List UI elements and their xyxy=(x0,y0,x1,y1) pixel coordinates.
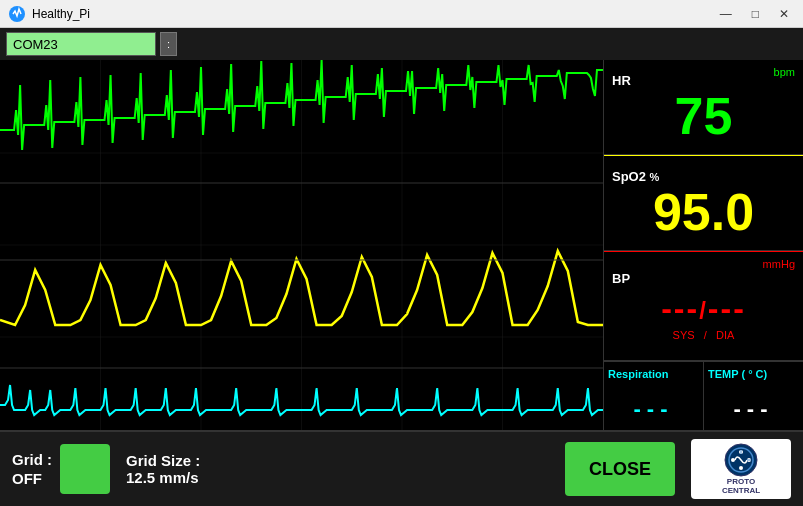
respiration-box: Respiration --- xyxy=(604,362,704,430)
bp-unit: mmHg xyxy=(763,258,795,270)
hr-unit: bpm xyxy=(774,66,795,78)
temp-box: TEMP ( ° C) --- xyxy=(704,362,803,430)
svg-point-18 xyxy=(731,458,735,462)
window-title: Healthy_Pi xyxy=(32,7,714,21)
svg-point-17 xyxy=(739,466,743,470)
spo2-value: 95.0 xyxy=(612,186,795,238)
spo2-label: SpO2 % xyxy=(612,169,659,184)
grid-size-section: Grid Size : 12.5 mm/s xyxy=(126,452,200,486)
respiration-value: --- xyxy=(608,396,699,422)
grid-size-label: Grid Size : xyxy=(126,452,200,469)
grid-toggle-button[interactable] xyxy=(60,444,110,494)
bp-value: ---/--- xyxy=(612,290,795,327)
hr-value: 75 xyxy=(612,90,795,142)
window-controls: — □ ✕ xyxy=(714,5,795,23)
window-titlebar: Healthy_Pi — □ ✕ xyxy=(0,0,803,28)
minimize-button[interactable]: — xyxy=(714,5,738,23)
logo-text: PROTOCENTRAL xyxy=(722,478,760,496)
bottom-metrics-row: Respiration --- TEMP ( ° C) --- xyxy=(604,361,803,430)
com-bar: : xyxy=(0,28,803,60)
app-icon xyxy=(8,5,26,23)
main-area: HR bpm 75 SpO2 % 95.0 BP mmHg ---/--- SY… xyxy=(0,60,803,430)
grid-section: Grid : OFF xyxy=(12,444,110,494)
logo-box: PROTOCENTRAL xyxy=(691,439,791,499)
respiration-label: Respiration xyxy=(608,368,699,380)
com-port-input[interactable] xyxy=(6,32,156,56)
com-btn[interactable]: : xyxy=(160,32,177,56)
temp-label: TEMP ( ° C) xyxy=(708,368,799,380)
bp-sublabel: SYS / DIA xyxy=(612,329,795,341)
temp-value: --- xyxy=(708,396,799,422)
waveforms-panel xyxy=(0,60,603,430)
logo-icon xyxy=(723,442,759,478)
hr-label: HR xyxy=(612,73,631,88)
maximize-button[interactable]: □ xyxy=(746,5,765,23)
grid-size-value: 12.5 mm/s xyxy=(126,469,200,486)
hr-metric-box: HR bpm 75 xyxy=(604,60,803,155)
bp-label: BP xyxy=(612,271,630,286)
right-panel: HR bpm 75 SpO2 % 95.0 BP mmHg ---/--- SY… xyxy=(603,60,803,430)
grid-label: Grid : xyxy=(12,450,52,470)
spo2-metric-box: SpO2 % 95.0 xyxy=(604,155,803,251)
grid-status: OFF xyxy=(12,469,52,489)
close-window-button[interactable]: ✕ xyxy=(773,5,795,23)
waveform-display xyxy=(0,60,603,430)
bottom-bar: Grid : OFF Grid Size : 12.5 mm/s CLOSE P… xyxy=(0,430,803,506)
bp-metric-box: BP mmHg ---/--- SYS / DIA xyxy=(604,251,803,361)
close-button[interactable]: CLOSE xyxy=(565,442,675,496)
